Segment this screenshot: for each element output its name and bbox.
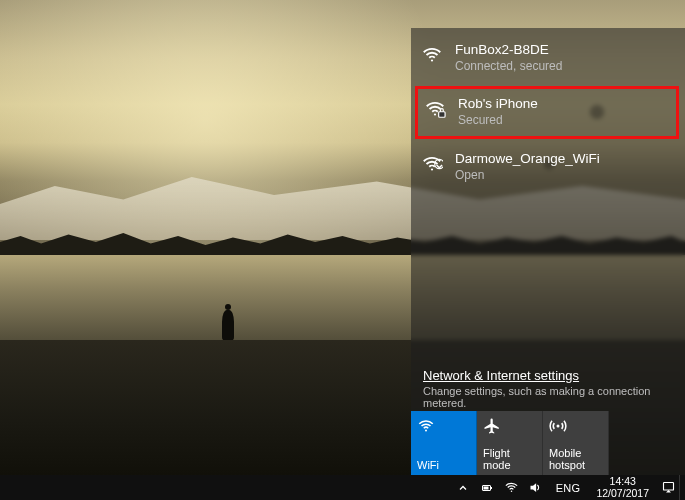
svg-point-1 <box>434 114 436 116</box>
network-item-highlighted[interactable]: Rob's iPhone Secured <box>415 86 679 138</box>
svg-point-0 <box>431 59 433 61</box>
svg-point-6 <box>557 425 560 428</box>
tray-volume-icon[interactable] <box>528 480 543 495</box>
tray-clock[interactable]: 14:43 12/07/2017 <box>588 475 657 500</box>
taskbar: ENG 14:43 12/07/2017 <box>0 475 685 500</box>
tray-battery-icon[interactable] <box>480 480 495 495</box>
clock-date: 12/07/2017 <box>596 488 649 499</box>
tray-notifications-icon[interactable] <box>657 475 679 500</box>
network-status: Connected, secured <box>455 59 562 75</box>
tray-wifi-icon[interactable] <box>504 480 519 495</box>
hotspot-icon <box>549 417 602 435</box>
network-status: Secured <box>458 113 538 129</box>
network-list: FunBox2-B8DE Connected, secured Rob's iP… <box>411 28 685 364</box>
svg-rect-11 <box>663 483 673 491</box>
show-desktop-button[interactable] <box>679 475 685 500</box>
wallpaper-figure <box>222 310 234 340</box>
tile-mobile-hotspot[interactable]: Mobile hotspot <box>543 411 609 475</box>
wifi-icon <box>421 44 443 66</box>
network-text: Rob's iPhone Secured <box>458 96 538 128</box>
tile-label: Flight mode <box>483 447 536 471</box>
tile-wifi[interactable]: WiFi <box>411 411 477 475</box>
tile-label: Mobile hotspot <box>549 447 602 471</box>
quick-action-tiles: WiFi Flight mode Mobile hotspot <box>411 411 685 475</box>
network-item-open[interactable]: Darmowe_Orange_WiFi Open <box>411 141 685 193</box>
network-settings-subtext: Change settings, such as making a connec… <box>423 385 673 409</box>
svg-rect-9 <box>483 486 488 489</box>
svg-point-10 <box>510 491 512 493</box>
network-flyout: FunBox2-B8DE Connected, secured Rob's iP… <box>411 28 685 475</box>
airplane-icon <box>483 417 536 435</box>
system-tray: ENG <box>448 475 589 500</box>
clock-time: 14:43 <box>610 476 636 487</box>
network-settings-link[interactable]: Network & Internet settings <box>423 368 579 383</box>
network-text: Darmowe_Orange_WiFi Open <box>455 151 600 183</box>
tray-language[interactable]: ENG <box>552 482 585 494</box>
tile-label: WiFi <box>417 459 470 471</box>
tray-chevron-up-icon[interactable] <box>456 480 471 495</box>
tile-flight-mode[interactable]: Flight mode <box>477 411 543 475</box>
svg-rect-8 <box>491 487 492 489</box>
wifi-open-icon <box>421 153 443 175</box>
svg-point-3 <box>431 168 433 170</box>
network-text: FunBox2-B8DE Connected, secured <box>455 42 562 74</box>
wifi-icon <box>417 417 470 435</box>
network-name: Rob's iPhone <box>458 96 538 113</box>
network-item-connected[interactable]: FunBox2-B8DE Connected, secured <box>411 32 685 84</box>
svg-rect-2 <box>439 112 445 118</box>
network-settings-section: Network & Internet settings Change setti… <box>411 364 685 411</box>
network-status: Open <box>455 168 600 184</box>
network-name: Darmowe_Orange_WiFi <box>455 151 600 168</box>
svg-point-5 <box>425 430 427 432</box>
wifi-secured-icon <box>424 98 446 120</box>
network-name: FunBox2-B8DE <box>455 42 562 59</box>
